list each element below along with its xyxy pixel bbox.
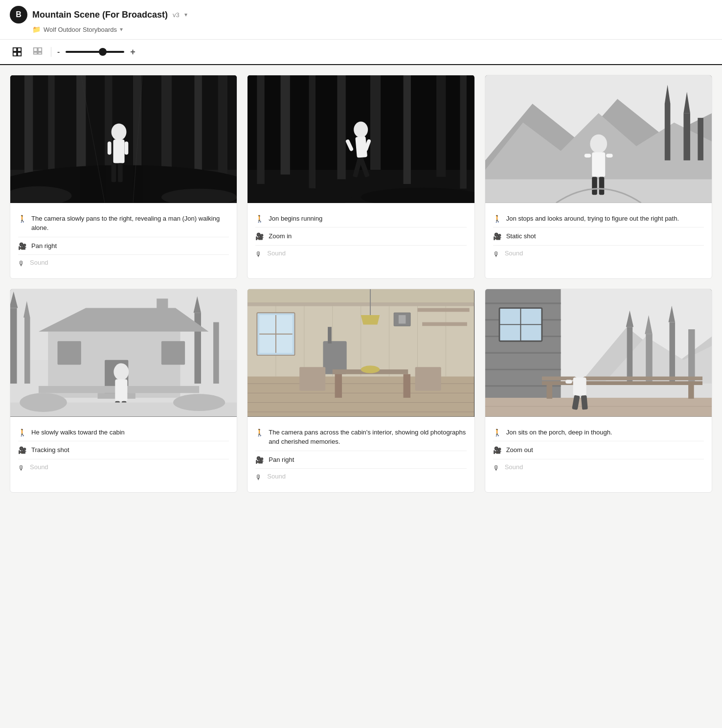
camera-field-5: 🎥 Pan right [255,451,466,469]
list-view-button[interactable] [30,45,45,59]
scene-text-5: The camera pans across the cabin's inter… [269,428,466,447]
version-badge: v3 [173,11,180,19]
camera-icon-4: 🎥 [18,446,26,454]
sound-placeholder-2: Sound [267,250,286,257]
scene-icon-1: 🚶 [18,215,26,223]
svg-rect-0 [13,48,17,51]
sound-field-6[interactable]: 🎙 Sound [493,459,704,476]
camera-icon-5: 🎥 [255,456,264,464]
card-image-4 [10,289,237,417]
camera-field-1: 🎥 Pan right [18,237,229,255]
camera-field-6: 🎥 Zoom out [493,441,704,459]
sound-placeholder-6: Sound [505,463,523,471]
grid-view-button[interactable] [10,45,24,59]
svg-rect-5 [38,48,42,51]
storyboard-card-2[interactable]: 🚶 Jon begins running 🎥 Zoom in 🎙 Sound [247,75,474,279]
camera-text-6: Zoom out [506,445,533,455]
sound-field-4[interactable]: 🎙 Sound [18,459,229,476]
camera-text-5: Pan right [269,455,294,465]
sound-field-1[interactable]: 🎙 Sound [18,255,229,272]
microphone-icon-4: 🎙 [18,464,25,472]
camera-text-3: Static shot [506,231,536,241]
microphone-icon-3: 🎙 [493,250,500,258]
microphone-icon-2: 🎙 [255,250,262,258]
scene-field-3: 🚶 Jon stops and looks around, trying to … [493,210,704,228]
storyboard-card-1[interactable]: 🚶 The camera slowly pans to the right, r… [10,75,237,279]
breadcrumb-text[interactable]: Wolf Outdoor Storyboards [44,26,117,33]
camera-icon-3: 🎥 [493,232,501,240]
storyboard-card-4[interactable]: 🚶 He slowly walks toward the cabin 🎥 Tra… [10,289,237,493]
card-body-4: 🚶 He slowly walks toward the cabin 🎥 Tra… [10,417,237,483]
card-image-2 [248,75,474,203]
chevron-down-icon[interactable]: ▾ [184,11,187,18]
zoom-plus-button[interactable]: + [130,47,135,57]
camera-text-2: Zoom in [269,231,292,241]
grid-icon [12,46,23,57]
card-image-1 [10,75,237,203]
toolbar: - + [0,40,722,65]
main-content: 🚶 The camera slowly pans to the right, r… [0,65,722,502]
sound-placeholder-3: Sound [505,250,523,257]
sound-placeholder-1: Sound [30,259,48,266]
scene-text-6: Jon sits on the porch, deep in though. [506,428,612,437]
scene-icon-6: 🚶 [493,429,501,436]
svg-rect-2 [13,52,17,56]
svg-rect-6 [34,52,37,54]
svg-rect-7 [38,52,42,54]
card-body-2: 🚶 Jon begins running 🎥 Zoom in 🎙 Sound [248,203,474,269]
card-image-3 [485,75,712,203]
sound-field-3[interactable]: 🎙 Sound [493,246,704,262]
scene-icon-3: 🚶 [493,215,501,223]
svg-rect-4 [34,48,37,51]
scene-text-1: The camera slowly pans to the right, rev… [31,214,229,233]
breadcrumb: 📁 Wolf Outdoor Storyboards ▾ [10,25,712,33]
storyboard-card-6[interactable]: 🚶 Jon sits on the porch, deep in though.… [485,289,712,493]
avatar: B [10,6,27,23]
sound-placeholder-5: Sound [267,473,286,480]
svg-rect-3 [18,52,21,56]
toolbar-divider [51,47,51,57]
storyboard-card-5[interactable]: 🚶 The camera pans across the cabin's int… [247,289,474,493]
scene-field-5: 🚶 The camera pans across the cabin's int… [255,424,466,451]
scene-field-6: 🚶 Jon sits on the porch, deep in though. [493,424,704,442]
microphone-icon-1: 🎙 [18,260,25,268]
scene-icon-2: 🚶 [255,215,264,223]
scene-field-1: 🚶 The camera slowly pans to the right, r… [18,210,229,237]
card-body-3: 🚶 Jon stops and looks around, trying to … [485,203,712,269]
breadcrumb-chevron-icon[interactable]: ▾ [120,26,123,33]
storyboard-card-3[interactable]: 🚶 Jon stops and looks around, trying to … [485,75,712,279]
camera-field-2: 🎥 Zoom in [255,228,466,246]
camera-icon-1: 🎥 [18,242,26,250]
microphone-icon-6: 🎙 [493,464,500,472]
project-title: Mountain Scene (For Broadcast) [32,10,168,20]
scene-field-2: 🚶 Jon begins running [255,210,466,228]
camera-text-1: Pan right [31,241,57,251]
camera-icon-6: 🎥 [493,446,501,454]
sound-field-5[interactable]: 🎙 Sound [255,469,466,485]
scene-text-3: Jon stops and looks around, trying to fi… [506,214,679,224]
camera-field-4: 🎥 Tracking shot [18,441,229,459]
scene-text-4: He slowly walks toward the cabin [31,428,125,437]
header: B Mountain Scene (For Broadcast) v3 ▾ 📁 … [0,0,722,40]
card-body-5: 🚶 The camera pans across the cabin's int… [248,417,474,493]
card-body-6: 🚶 Jon sits on the porch, deep in though.… [485,417,712,483]
scene-field-4: 🚶 He slowly walks toward the cabin [18,424,229,442]
svg-rect-1 [18,48,21,51]
list-icon [32,46,43,57]
scene-icon-5: 🚶 [255,429,264,436]
zoom-slider[interactable] [66,51,124,53]
camera-text-4: Tracking shot [31,445,69,455]
card-body-1: 🚶 The camera slowly pans to the right, r… [10,203,237,279]
microphone-icon-5: 🎙 [255,474,262,481]
camera-icon-2: 🎥 [255,232,264,240]
camera-field-3: 🎥 Static shot [493,228,704,246]
storyboard-grid: 🚶 The camera slowly pans to the right, r… [10,75,712,493]
sound-field-2[interactable]: 🎙 Sound [255,246,466,262]
sound-placeholder-4: Sound [30,463,48,471]
folder-icon: 📁 [32,25,41,33]
card-image-5 [248,289,474,417]
zoom-minus-button[interactable]: - [57,47,60,56]
card-image-6 [485,289,712,417]
scene-text-2: Jon begins running [269,214,322,224]
scene-icon-4: 🚶 [18,429,26,436]
